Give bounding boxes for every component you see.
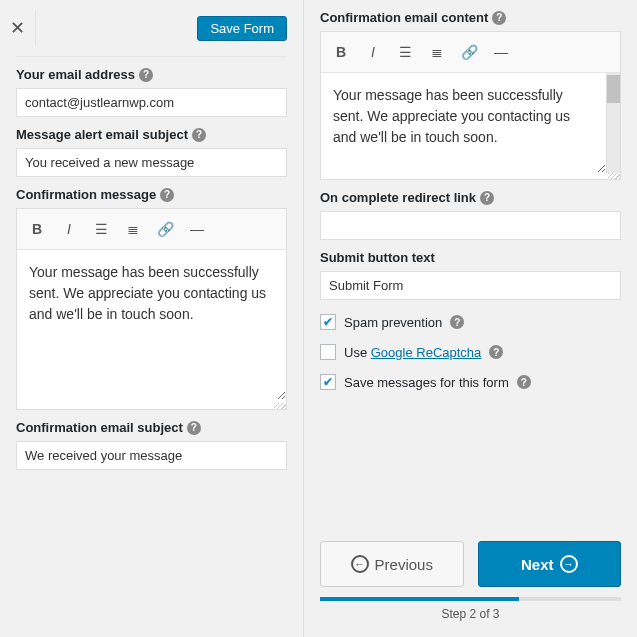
confirmation-subject-input[interactable] bbox=[16, 441, 287, 470]
confirmation-message-editor: B I ☰ ≣ 🔗 — bbox=[16, 208, 287, 410]
alert-subject-input[interactable] bbox=[16, 148, 287, 177]
resize-handle[interactable] bbox=[321, 173, 620, 179]
confirmation-message-label-text: Confirmation message bbox=[16, 187, 156, 202]
help-icon[interactable]: ? bbox=[489, 345, 503, 359]
redirect-link-label: On complete redirect link ? bbox=[320, 190, 621, 205]
progress-fill bbox=[320, 597, 519, 601]
resize-handle[interactable] bbox=[17, 403, 286, 409]
step-indicator: Step 2 of 3 bbox=[320, 607, 621, 621]
help-icon[interactable]: ? bbox=[187, 421, 201, 435]
help-icon[interactable]: ? bbox=[492, 11, 506, 25]
confirmation-email-content-textarea[interactable] bbox=[321, 73, 606, 173]
confirmation-email-content-editor: B I ☰ ≣ 🔗 — bbox=[320, 31, 621, 180]
arrow-left-icon: ← bbox=[351, 555, 369, 573]
recaptcha-prefix: Use bbox=[344, 345, 367, 360]
confirmation-message-label: Confirmation message ? bbox=[16, 187, 287, 202]
email-address-input[interactable] bbox=[16, 88, 287, 117]
previous-button[interactable]: ← Previous bbox=[320, 541, 464, 587]
confirmation-subject-label: Confirmation email subject ? bbox=[16, 420, 287, 435]
hr-icon[interactable]: — bbox=[183, 215, 211, 243]
editor-toolbar: B I ☰ ≣ 🔗 — bbox=[321, 32, 620, 73]
redirect-link-input[interactable] bbox=[320, 211, 621, 240]
next-button-label: Next bbox=[521, 556, 554, 573]
bold-icon[interactable]: B bbox=[327, 38, 355, 66]
redirect-link-label-text: On complete redirect link bbox=[320, 190, 476, 205]
help-icon[interactable]: ? bbox=[160, 188, 174, 202]
submit-button-text-input[interactable] bbox=[320, 271, 621, 300]
confirmation-message-textarea[interactable] bbox=[17, 250, 286, 400]
help-icon[interactable]: ? bbox=[480, 191, 494, 205]
recaptcha-label: Use Google ReCaptcha bbox=[344, 345, 481, 360]
alert-subject-label: Message alert email subject ? bbox=[16, 127, 287, 142]
link-icon[interactable]: 🔗 bbox=[455, 38, 483, 66]
recaptcha-checkbox[interactable] bbox=[320, 344, 336, 360]
save-messages-checkbox[interactable] bbox=[320, 374, 336, 390]
help-icon[interactable]: ? bbox=[139, 68, 153, 82]
progress-bar bbox=[320, 597, 621, 601]
bullet-list-icon[interactable]: ☰ bbox=[391, 38, 419, 66]
help-icon[interactable]: ? bbox=[517, 375, 531, 389]
number-list-icon[interactable]: ≣ bbox=[423, 38, 451, 66]
italic-icon[interactable]: I bbox=[359, 38, 387, 66]
italic-icon[interactable]: I bbox=[55, 215, 83, 243]
alert-subject-label-text: Message alert email subject bbox=[16, 127, 188, 142]
spam-prevention-checkbox[interactable] bbox=[320, 314, 336, 330]
previous-button-label: Previous bbox=[375, 556, 433, 573]
help-icon[interactable]: ? bbox=[450, 315, 464, 329]
recaptcha-link[interactable]: Google ReCaptcha bbox=[371, 345, 482, 360]
editor-toolbar: B I ☰ ≣ 🔗 — bbox=[17, 209, 286, 250]
email-address-label: Your email address ? bbox=[16, 67, 287, 82]
confirmation-subject-label-text: Confirmation email subject bbox=[16, 420, 183, 435]
help-icon[interactable]: ? bbox=[192, 128, 206, 142]
next-button[interactable]: Next → bbox=[478, 541, 622, 587]
email-address-label-text: Your email address bbox=[16, 67, 135, 82]
save-messages-label: Save messages for this form bbox=[344, 375, 509, 390]
bullet-list-icon[interactable]: ☰ bbox=[87, 215, 115, 243]
link-icon[interactable]: 🔗 bbox=[151, 215, 179, 243]
hr-icon[interactable]: — bbox=[487, 38, 515, 66]
close-icon[interactable]: ✕ bbox=[0, 10, 36, 46]
confirmation-email-content-label-text: Confirmation email content bbox=[320, 10, 488, 25]
confirmation-email-content-label: Confirmation email content ? bbox=[320, 10, 621, 25]
number-list-icon[interactable]: ≣ bbox=[119, 215, 147, 243]
save-form-button[interactable]: Save Form bbox=[197, 16, 287, 41]
scrollbar[interactable] bbox=[606, 73, 620, 173]
bold-icon[interactable]: B bbox=[23, 215, 51, 243]
arrow-right-icon: → bbox=[560, 555, 578, 573]
scrollbar-thumb[interactable] bbox=[607, 75, 620, 103]
spam-prevention-label: Spam prevention bbox=[344, 315, 442, 330]
submit-button-text-label: Submit button text bbox=[320, 250, 621, 265]
submit-button-text-label-text: Submit button text bbox=[320, 250, 435, 265]
